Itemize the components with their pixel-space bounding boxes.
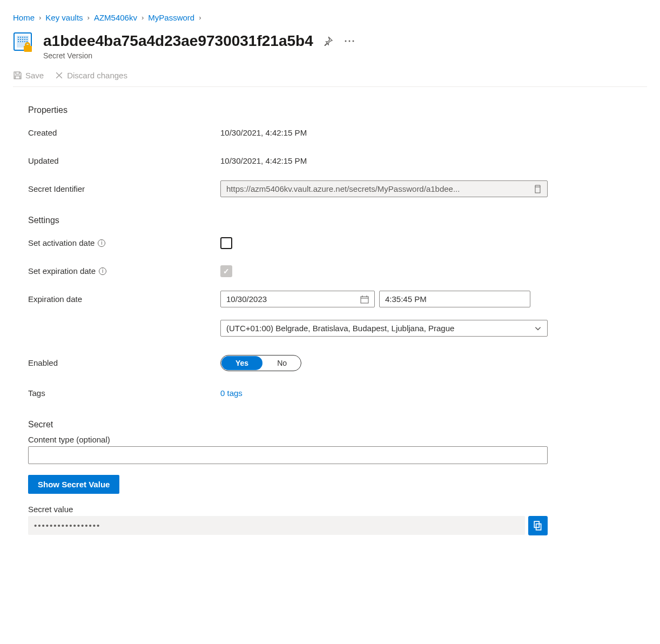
save-label: Save xyxy=(25,71,44,80)
enabled-label: Enabled xyxy=(28,358,220,367)
show-secret-button[interactable]: Show Secret Value xyxy=(28,475,119,494)
svg-rect-24 xyxy=(534,521,539,527)
created-label: Created xyxy=(28,128,220,137)
enabled-yes[interactable]: Yes xyxy=(221,356,262,370)
svg-point-19 xyxy=(348,41,350,42)
chevron-right-icon: › xyxy=(87,14,90,22)
expiration-checkbox[interactable] xyxy=(220,265,232,277)
content-type-input[interactable] xyxy=(28,446,548,464)
chevron-down-icon xyxy=(534,325,542,332)
svg-point-18 xyxy=(345,41,346,42)
svg-point-15 xyxy=(24,41,25,42)
pin-button[interactable] xyxy=(322,35,334,47)
expiration-date-input[interactable]: 10/30/2023 xyxy=(220,291,375,307)
identifier-value: https://azm5406kv.vault.azure.net/secret… xyxy=(226,184,533,193)
svg-rect-17 xyxy=(24,46,32,52)
svg-point-3 xyxy=(20,37,21,38)
chevron-right-icon: › xyxy=(142,14,144,22)
secret-value-label: Secret value xyxy=(28,505,548,514)
secret-heading: Secret xyxy=(28,420,548,430)
properties-heading: Properties xyxy=(28,105,548,115)
svg-rect-23 xyxy=(536,524,541,529)
created-value: 10/30/2021, 4:42:15 PM xyxy=(220,128,307,137)
identifier-label: Secret Identifier xyxy=(28,184,220,193)
svg-point-6 xyxy=(26,37,28,38)
svg-point-12 xyxy=(18,41,19,42)
svg-point-16 xyxy=(26,41,28,42)
breadcrumb-keyvaults[interactable]: Key vaults xyxy=(45,13,83,22)
copy-icon[interactable] xyxy=(533,185,542,193)
form-area: Properties Created 10/30/2021, 4:42:15 P… xyxy=(13,105,548,535)
save-icon xyxy=(13,71,22,80)
activation-checkbox[interactable] xyxy=(220,237,232,249)
timezone-select[interactable]: (UTC+01:00) Belgrade, Bratislava, Budape… xyxy=(220,320,548,337)
info-icon[interactable]: i xyxy=(99,267,106,275)
page-subtitle: Secret Version xyxy=(43,51,313,60)
settings-heading: Settings xyxy=(28,216,548,225)
expiration-date-value: 10/30/2023 xyxy=(226,294,267,304)
chevron-right-icon: › xyxy=(39,14,41,22)
copy-secret-button[interactable] xyxy=(528,516,548,535)
discard-label: Discard changes xyxy=(67,71,127,80)
svg-point-10 xyxy=(24,39,25,40)
updated-label: Updated xyxy=(28,156,220,165)
svg-point-2 xyxy=(18,37,19,38)
expiration-date-label: Expiration date xyxy=(28,294,220,304)
breadcrumb-vaultname[interactable]: AZM5406kv xyxy=(94,13,137,22)
breadcrumb-secretname[interactable]: MyPassword xyxy=(148,13,194,22)
identifier-field[interactable]: https://azm5406kv.vault.azure.net/secret… xyxy=(220,180,548,197)
toolbar: Save Discard changes xyxy=(13,71,647,87)
copy-icon xyxy=(533,521,543,531)
svg-rect-22 xyxy=(361,297,368,303)
expiration-label: Set expiration date i xyxy=(28,266,220,276)
svg-point-20 xyxy=(352,41,354,42)
svg-rect-21 xyxy=(535,187,540,193)
svg-point-11 xyxy=(26,39,28,40)
calendar-icon xyxy=(360,295,369,304)
svg-point-7 xyxy=(18,39,19,40)
content-type-label: Content type (optional) xyxy=(28,435,548,444)
save-button[interactable]: Save xyxy=(13,71,44,80)
secret-version-icon xyxy=(13,32,35,53)
breadcrumb: Home › Key vaults › AZM5406kv › MyPasswo… xyxy=(13,13,647,22)
discard-button[interactable]: Discard changes xyxy=(55,71,127,80)
page-title: a1bdee4ba75a4d23ae9730031f21a5b4 xyxy=(43,32,313,50)
pin-icon xyxy=(323,36,333,46)
more-button[interactable] xyxy=(344,39,355,43)
tags-link[interactable]: 0 tags xyxy=(220,388,243,398)
ellipsis-icon xyxy=(345,40,354,42)
page-header: a1bdee4ba75a4d23ae9730031f21a5b4 Secret … xyxy=(13,32,647,60)
timezone-value: (UTC+01:00) Belgrade, Bratislava, Budape… xyxy=(226,324,454,333)
updated-value: 10/30/2021, 4:42:15 PM xyxy=(220,156,307,165)
enabled-no[interactable]: No xyxy=(263,355,301,371)
svg-point-4 xyxy=(22,37,23,38)
enabled-toggle: Yes No xyxy=(220,355,301,371)
info-icon[interactable]: i xyxy=(98,239,105,247)
breadcrumb-home[interactable]: Home xyxy=(13,13,35,22)
activation-label: Set activation date i xyxy=(28,238,220,247)
svg-point-13 xyxy=(20,41,21,42)
svg-point-14 xyxy=(22,41,23,42)
secret-value-field: ••••••••••••••••• xyxy=(28,516,525,535)
svg-point-9 xyxy=(22,39,23,40)
tags-label: Tags xyxy=(28,388,220,398)
close-icon xyxy=(55,71,64,80)
chevron-right-icon: › xyxy=(199,14,201,22)
expiration-time-input[interactable] xyxy=(379,291,530,307)
svg-point-8 xyxy=(20,39,21,40)
svg-point-5 xyxy=(24,37,25,38)
